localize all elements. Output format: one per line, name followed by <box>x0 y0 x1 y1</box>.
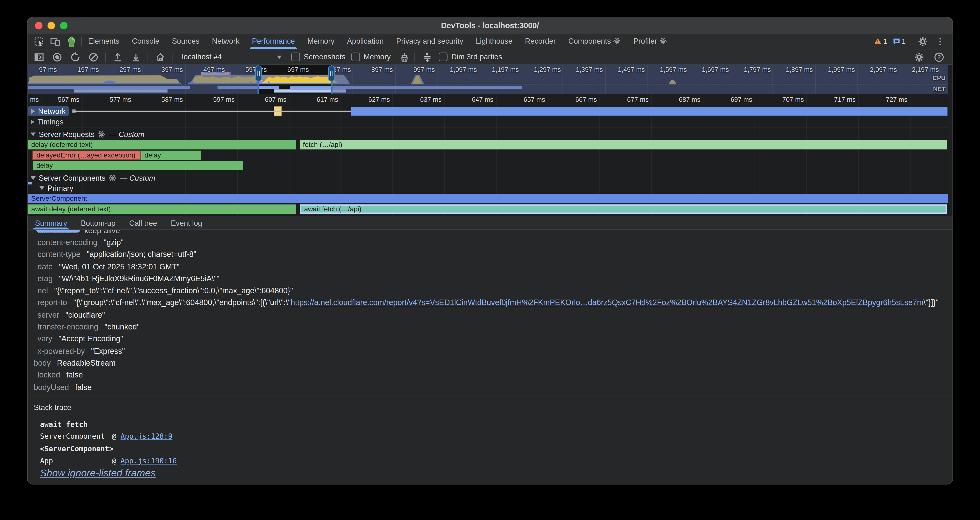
property-key: etag <box>38 274 53 283</box>
profile-history-value: localhost #4 <box>182 52 222 61</box>
dim-3rd-parties-checkbox[interactable]: Dim 3rd parties <box>439 52 502 61</box>
event-bar-netblue[interactable] <box>351 107 947 116</box>
details-tab-call-tree[interactable]: Call tree <box>122 216 164 229</box>
save-profile-icon[interactable] <box>129 51 142 63</box>
overview-tick-label: 297 ms <box>103 65 141 73</box>
property-row-transfer-encoding: transfer-encoding"chunked" <box>28 321 953 333</box>
reload-and-record-icon[interactable] <box>69 51 81 63</box>
property-key: vary <box>38 334 52 343</box>
kebab-menu-icon[interactable] <box>934 35 946 48</box>
toggle-sidebar-icon[interactable] <box>33 51 45 63</box>
overview-tick-label: 1,997 ms <box>818 65 855 73</box>
overview-tick-label: 1,297 ms <box>523 65 561 73</box>
tab-application[interactable]: Application <box>341 34 390 49</box>
tab-sources[interactable]: Sources <box>165 34 206 49</box>
panel-settings-gear-icon[interactable] <box>913 51 925 63</box>
collapse-triangle-icon <box>39 186 45 190</box>
property-value: "{\"group\":\"cf-nel\",\"max_age\":60480… <box>73 298 939 307</box>
selection-handle-right[interactable] <box>328 65 335 81</box>
tab-recorder[interactable]: Recorder <box>519 34 562 49</box>
settings-gear-icon[interactable] <box>916 35 929 48</box>
device-toolbar-icon[interactable] <box>49 35 61 48</box>
memory-checkbox[interactable]: Memory <box>351 52 391 61</box>
tab-performance[interactable]: Performance <box>246 34 301 49</box>
network-track-label[interactable]: Network <box>28 106 69 116</box>
event-bar-await-delay-deferred-text[interactable]: await delay (deferred text) <box>28 204 296 213</box>
event-bar-servercomponent[interactable]: ServerComponent <box>28 194 948 203</box>
tab-elements[interactable]: Elements <box>82 34 126 49</box>
event-bar-fetch-api[interactable]: fetch (…/api) <box>300 140 947 149</box>
property-value: "gzip" <box>104 238 124 247</box>
load-profile-icon[interactable] <box>111 51 124 63</box>
property-value: "keep-alive" <box>81 230 123 235</box>
collect-garbage-broom-icon[interactable] <box>396 51 409 63</box>
record-icon[interactable] <box>51 51 63 63</box>
frame-source-link[interactable]: App.js:190:16 <box>121 456 177 465</box>
property-value: "application/json; charset=utf-8" <box>87 250 196 259</box>
selection-handle-left[interactable] <box>255 65 262 81</box>
screenshots-checkbox[interactable]: Screenshots <box>291 52 345 61</box>
tab-console[interactable]: Console <box>126 34 165 49</box>
property-value: false <box>75 383 92 392</box>
profile-history-select[interactable]: localhost #4 <box>178 51 286 63</box>
frame-source-link[interactable]: App.js:128:9 <box>121 432 172 441</box>
dim-3rd-parties-label: Dim 3rd parties <box>451 52 502 61</box>
timeline-overview[interactable]: 97 ms197 ms297 ms397 ms497 ms597 ms697 m… <box>28 65 948 94</box>
flame-chart[interactable]: ms 567 ms577 ms587 ms597 ms607 ms617 ms6… <box>28 94 948 216</box>
overview-tick-label: 1,497 ms <box>608 65 645 73</box>
event-bar-await-fetch-api[interactable]: await fetch (…/api) <box>300 204 947 213</box>
property-key: date <box>38 262 53 271</box>
details-tab-bottom-up[interactable]: Bottom-up <box>74 216 123 229</box>
details-tab-event-log[interactable]: Event log <box>164 216 209 229</box>
property-key: content-encoding <box>38 238 98 247</box>
net-lane-label: NET <box>933 86 946 92</box>
green-gem-extension-icon[interactable] <box>65 35 78 48</box>
details-tab-summary[interactable]: Summary <box>28 216 74 229</box>
tab-label: Lighthouse <box>476 37 512 46</box>
tab-label: Application <box>347 37 383 46</box>
messages-badge[interactable]: 1 <box>892 37 905 45</box>
warnings-count: 1 <box>883 38 888 45</box>
separator <box>415 52 415 62</box>
frame-function: App <box>40 456 112 465</box>
tab-lighthouse[interactable]: Lighthouse <box>469 34 519 49</box>
group-primary[interactable]: Primary <box>28 183 73 193</box>
property-row-body: bodyReadableStream <box>28 357 953 369</box>
track-timings[interactable]: Timings <box>28 116 948 127</box>
section-server-requests[interactable]: Server Requests — Custom <box>28 129 145 139</box>
event-bar-delay[interactable]: delay <box>141 150 200 160</box>
show-ignore-listed-frames-text[interactable]: Show ignore-listed frames <box>40 468 156 478</box>
ruler-tick-label: 727 ms <box>864 96 907 103</box>
warnings-badge[interactable]: 1 <box>874 38 887 45</box>
section-server-components[interactable]: Server Components — Custom <box>28 173 155 183</box>
checkbox-box <box>439 52 447 61</box>
overview-tick-label: 2,197 ms <box>901 65 939 73</box>
home-icon[interactable] <box>154 51 166 63</box>
event-bar-delayederror-ayed-exception[interactable]: delayedError (…ayed exception) <box>33 150 140 160</box>
ruler-tick-label: 667 ms <box>553 96 597 103</box>
tab-label: Recorder <box>525 37 556 46</box>
tab-profiler[interactable]: Profiler <box>627 34 673 49</box>
tab-network[interactable]: Network <box>206 34 246 49</box>
clear-icon[interactable] <box>87 51 99 63</box>
react-atom-icon <box>98 131 105 138</box>
tab-memory[interactable]: Memory <box>301 34 341 49</box>
separator <box>105 52 106 62</box>
event-bar-delay-deferred-text[interactable]: delay (deferred text) <box>28 140 296 149</box>
titlebar: DevTools - localhost:3000/ <box>27 17 953 35</box>
help-icon[interactable]: ? <box>932 51 945 63</box>
section-label: Server Requests <box>39 130 95 139</box>
inspect-element-icon[interactable] <box>33 35 45 48</box>
show-ignore-listed-frames-link[interactable]: Show ignore-listed frames <box>28 467 953 479</box>
tab-components[interactable]: Components <box>562 34 627 49</box>
report-to-url-link[interactable]: https://a.nel.cloudflare.com/report/v4?s… <box>291 298 924 307</box>
overview-tick-label: 1,897 ms <box>775 65 813 73</box>
memory-label: Memory <box>364 52 391 61</box>
overview-tick-label: 1,697 ms <box>691 65 729 73</box>
frame-location: @ App.js:128:9 <box>112 432 172 441</box>
tab-privacy-and-security[interactable]: Privacy and security <box>390 34 469 49</box>
shortcuts-collapse-icon[interactable] <box>420 51 433 63</box>
event-bar-delay[interactable]: delay <box>33 161 243 170</box>
cpu-net-divider <box>28 84 948 84</box>
ruler-tick-label: 687 ms <box>657 96 700 103</box>
